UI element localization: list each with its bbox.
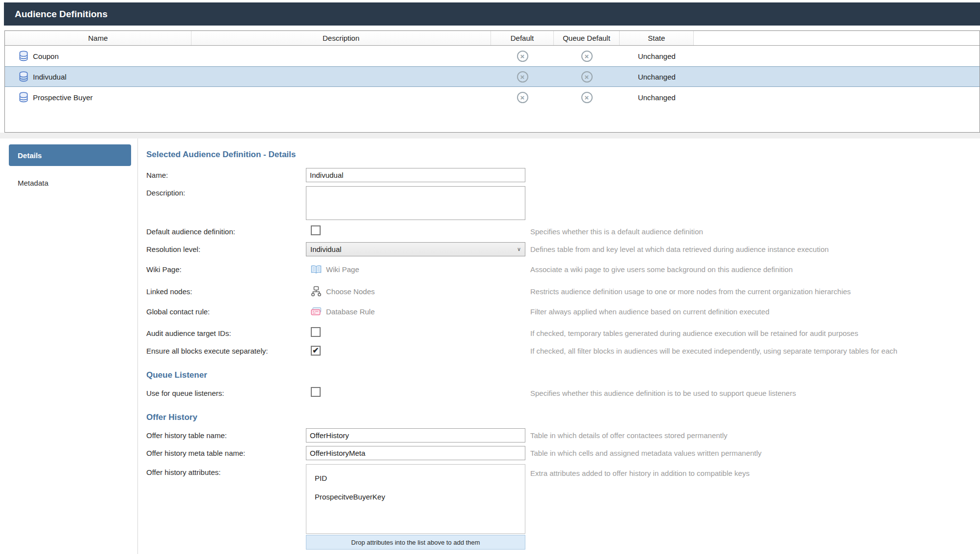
tab-metadata[interactable]: Metadata: [9, 172, 131, 194]
row-description: [191, 67, 491, 86]
circled-x-icon[interactable]: ×: [517, 51, 528, 62]
audit-target-ids-label: Audit audience target IDs:: [146, 329, 306, 337]
chevron-down-icon: ∨: [517, 246, 521, 252]
table-row-coupon[interactable]: Coupon × × Unchanged: [5, 46, 980, 66]
database-rule-icon: [311, 307, 322, 316]
wiki-page-button[interactable]: Wiki Page: [311, 265, 525, 274]
circled-x-icon[interactable]: ×: [517, 92, 528, 103]
choose-nodes-icon: [311, 286, 322, 297]
offer-history-meta-input[interactable]: [306, 446, 525, 460]
resolution-level-help: Defines table from and key level at whic…: [530, 245, 980, 253]
global-contact-rule-label: Global contact rule:: [146, 307, 306, 316]
row-name: Prospective Buyer: [33, 93, 93, 102]
queue-listeners-checkbox[interactable]: [311, 387, 321, 397]
wiki-page-help: Associate a wiki page to give users some…: [530, 265, 980, 274]
offer-history-table-label: Offer history table name:: [146, 431, 306, 440]
row-name: Coupon: [33, 52, 59, 60]
audience-definitions-table: Name Description Default Queue Default S…: [4, 30, 980, 133]
database-icon: [19, 71, 28, 82]
details-heading: Selected Audience Definition - Details: [146, 150, 980, 160]
audit-target-ids-help: If checked, temporary tables generated d…: [530, 329, 980, 337]
offer-history-table-input[interactable]: [306, 428, 525, 443]
description-label: Description:: [146, 186, 306, 197]
wiki-page-label: Wiki Page:: [146, 265, 306, 274]
resolution-level-label: Resolution level:: [146, 245, 306, 253]
row-state: Unchanged: [620, 46, 694, 66]
default-definition-label: Default audience definition:: [146, 227, 306, 236]
wiki-page-icon: [311, 265, 322, 274]
table-row-indivudual[interactable]: Indivudual × × Unchanged: [5, 66, 980, 87]
list-item[interactable]: PID: [306, 470, 525, 488]
offer-history-meta-help: Table in which cells and assigned metada…: [530, 449, 980, 457]
row-state: Unchanged: [620, 67, 694, 86]
row-state: Unchanged: [620, 87, 694, 107]
table-header-row: Name Description Default Queue Default S…: [5, 31, 980, 46]
global-contact-rule-help: Filter always applied when audience base…: [530, 307, 980, 316]
selected-option: Individual: [310, 245, 341, 253]
circled-x-icon[interactable]: ×: [581, 92, 593, 103]
offer-history-attributes-help: Extra attributes added to offer history …: [530, 464, 980, 477]
row-description: [191, 87, 491, 107]
description-textarea[interactable]: [306, 186, 525, 220]
name-label: Name:: [146, 171, 306, 179]
list-item[interactable]: ProspecitveBuyerKey: [306, 488, 525, 507]
offer-history-table-help: Table in which details of offer contacte…: [530, 431, 980, 440]
offer-history-attributes-list[interactable]: PID ProspecitveBuyerKey: [306, 464, 525, 534]
linked-nodes-label: Linked nodes:: [146, 287, 306, 296]
linked-nodes-help: Restricts audience definition usage to o…: [530, 287, 980, 296]
database-rule-link-text: Database Rule: [326, 307, 375, 316]
queue-listeners-help: Specifies whether this audience definiti…: [530, 389, 980, 397]
database-rule-button[interactable]: Database Rule: [311, 307, 525, 316]
column-header-state: State: [620, 31, 694, 45]
details-panel: Selected Audience Definition - Details N…: [138, 138, 980, 554]
circled-x-icon[interactable]: ×: [517, 71, 528, 83]
column-header-name: Name: [5, 31, 191, 45]
tab-details[interactable]: Details: [9, 144, 131, 166]
ensure-blocks-help: If checked, all filter blocks in audienc…: [530, 347, 980, 355]
choose-nodes-link-text: Choose Nodes: [326, 287, 375, 296]
name-input[interactable]: [306, 168, 525, 182]
default-definition-help: Specifies whether this is a default audi…: [530, 227, 980, 236]
offer-history-meta-label: Offer history meta table name:: [146, 449, 306, 457]
ensure-blocks-checkbox[interactable]: ✔: [311, 346, 321, 356]
choose-nodes-button[interactable]: Choose Nodes: [311, 286, 525, 297]
wiki-page-link-text: Wiki Page: [326, 265, 359, 274]
circled-x-icon[interactable]: ×: [581, 71, 593, 83]
panel-divider: [0, 133, 980, 138]
audit-target-ids-checkbox[interactable]: [311, 327, 321, 337]
page-title: Audience Definitions: [15, 9, 108, 20]
column-header-default: Default: [491, 31, 554, 45]
details-sidebar: Details Metadata: [0, 138, 138, 554]
resolution-level-select[interactable]: Individual ∨: [306, 242, 525, 256]
offer-history-heading: Offer History: [146, 413, 980, 422]
column-header-queue-default: Queue Default: [554, 31, 620, 45]
window-titlebar: Audience Definitions: [4, 2, 980, 26]
database-icon: [19, 51, 28, 61]
table-row-prospective-buyer[interactable]: Prospective Buyer × × Unchanged: [5, 87, 980, 108]
tab-label: Metadata: [18, 179, 49, 187]
row-name: Indivudual: [33, 73, 66, 81]
column-header-filler: [694, 31, 980, 45]
circled-x-icon[interactable]: ×: [581, 51, 593, 62]
queue-listeners-label: Use for queue listeners:: [146, 389, 306, 397]
database-icon: [19, 92, 28, 103]
column-header-description: Description: [191, 31, 491, 45]
attributes-drop-target[interactable]: Drop attributes into the list above to a…: [306, 535, 525, 550]
offer-history-attributes-label: Offer history attributes:: [146, 464, 306, 476]
ensure-blocks-label: Ensure all blocks execute separately:: [146, 347, 306, 355]
tab-label: Details: [18, 151, 42, 160]
default-definition-checkbox[interactable]: [311, 225, 321, 235]
row-description: [191, 46, 491, 66]
queue-listener-heading: Queue Listener: [146, 370, 980, 380]
